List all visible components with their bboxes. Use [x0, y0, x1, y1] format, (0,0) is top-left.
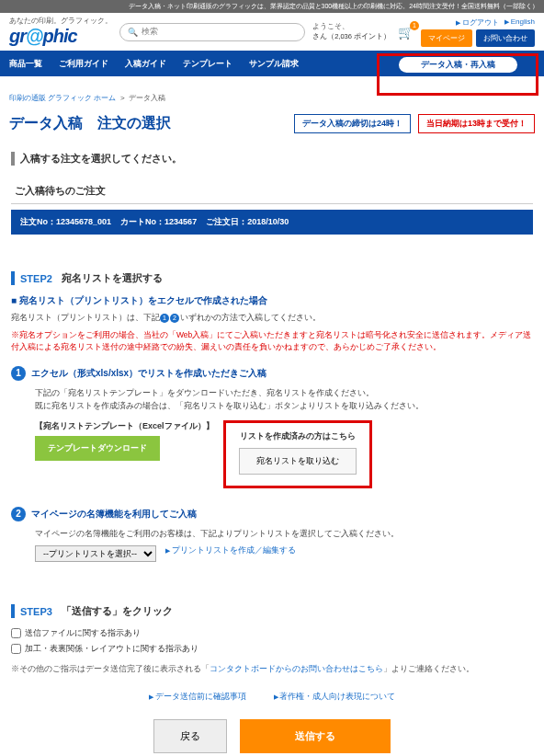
- search-input[interactable]: 🔍 検索: [119, 23, 305, 41]
- import-list-button[interactable]: 宛名リストを取り込む: [239, 448, 357, 475]
- step2-subtitle: ■ 宛名リスト（プリントリスト）をエクセルで作成された場合: [11, 294, 533, 307]
- checkbox-label: 加工・表裏関係・レイアウトに関する指示あり: [25, 643, 198, 655]
- contact-button[interactable]: お問い合わせ: [476, 29, 535, 47]
- contact-note: ※その他のご指示はデータ送信完了後に表示される「コンタクトボードからのお問い合わ…: [11, 664, 533, 675]
- presend-check-link[interactable]: データ送信前に確認事項: [149, 692, 246, 703]
- step2-warning: ※宛名オプションをご利用の場合、当社の「Web入稿」にてご入稿いただきますと宛名…: [11, 329, 533, 353]
- contact-board-link[interactable]: コンタクトボードからのお問い合わせはこちら: [210, 664, 383, 673]
- english-link[interactable]: English: [504, 17, 535, 28]
- checkbox-file-instructions[interactable]: [11, 628, 21, 638]
- search-icon: 🔍: [128, 28, 138, 37]
- checkbox-label: 送信ファイルに関する指示あり: [25, 627, 141, 639]
- step3-header: STEP3「送信する」をクリック: [11, 604, 533, 618]
- breadcrumb-home[interactable]: 印刷の通販 グラフィック ホーム: [9, 94, 116, 102]
- edit-printlist-link[interactable]: プリントリストを作成／編集する: [165, 545, 296, 556]
- option1-title: 1エクセル（形式xls/xlsx）でリストを作成いただきご入稿: [11, 366, 533, 381]
- header-links: ログアウト English: [456, 17, 535, 28]
- logout-link[interactable]: ログアウト: [456, 17, 499, 28]
- section-instruction: 入稿する注文を選択してください。: [11, 152, 533, 166]
- send-button[interactable]: 送信する: [240, 719, 391, 753]
- option2-title: 2マイページの名簿機能を利用してご入稿: [11, 507, 533, 521]
- import-box-title: リストを作成済みの方はこちら: [239, 430, 357, 442]
- pending-orders-title: ご入稿待ちのご注文: [11, 175, 533, 204]
- mypage-button[interactable]: マイページ: [421, 29, 472, 47]
- option2-body: マイページの名簿機能をご利用のお客様は、下記よりプリントリストを選択してご入稿く…: [35, 527, 533, 540]
- welcome-text: ようこそ、: [312, 22, 391, 31]
- logo[interactable]: gr@phic: [9, 26, 112, 47]
- import-highlight-box: リストを作成済みの方はこちら 宛名リストを取り込む: [223, 420, 372, 488]
- template-download-button[interactable]: テンプレートダウンロード: [35, 436, 160, 461]
- nav-item[interactable]: テンプレート: [183, 58, 232, 70]
- nav-bar: 商品一覧 ご利用ガイド 入稿ガイド テンプレート サンプル請求 データ入稿・再入…: [0, 51, 544, 76]
- option1-body: 下記の「宛名リストテンプレート」をダウンロードいただき、宛名リストを作成ください…: [35, 386, 533, 413]
- nav-item[interactable]: 入稿ガイド: [125, 58, 166, 70]
- top-announcement: データ入稿・ネット印刷通販のグラフィックは、業界認定の品質と300機種以上の印刷…: [0, 0, 544, 13]
- nav-item[interactable]: ご利用ガイド: [59, 58, 108, 70]
- page-title: データ入稿 注文の選択: [9, 114, 171, 133]
- back-button[interactable]: 戻る: [153, 719, 227, 753]
- printlist-select[interactable]: --プリントリストを選択--: [35, 545, 156, 562]
- step2-header: STEP2宛名リストを選択する: [11, 271, 533, 285]
- deadline-badge-blue: データ入稿の締切は24時！: [294, 114, 411, 133]
- copyright-link[interactable]: 著作権・成人向け表現について: [274, 692, 396, 703]
- deadline-badge-red: 当日納期は13時まで受付！: [418, 114, 535, 133]
- user-points: さん（2,036 ポイント）: [312, 32, 391, 41]
- template-label: 【宛名リストテンプレート（Excelファイル）】: [35, 420, 214, 432]
- cart-badge: 1: [410, 21, 419, 30]
- breadcrumb-current: データ入稿: [129, 94, 165, 102]
- step2-body: 宛名リスト（プリントリスト）は、下記12いずれかの方法で入稿してください。: [11, 311, 533, 324]
- header: あなたの印刷。グラフィック。 gr@phic 🔍 検索 ようこそ、 さん（2,0…: [0, 13, 544, 51]
- checkbox-layout-instructions[interactable]: [11, 644, 21, 654]
- nav-item[interactable]: サンプル請求: [249, 58, 299, 70]
- tagline: あなたの印刷。グラフィック。: [9, 17, 112, 26]
- nav-item[interactable]: 商品一覧: [9, 58, 42, 70]
- data-upload-pill[interactable]: データ入稿・再入稿: [399, 57, 517, 73]
- order-info-bar: 注文No：12345678_001 カートNo：1234567 ご注文日：201…: [11, 210, 533, 235]
- cart-icon[interactable]: 🛒1: [398, 25, 414, 40]
- highlight-box: データ入稿・再入稿: [377, 53, 538, 96]
